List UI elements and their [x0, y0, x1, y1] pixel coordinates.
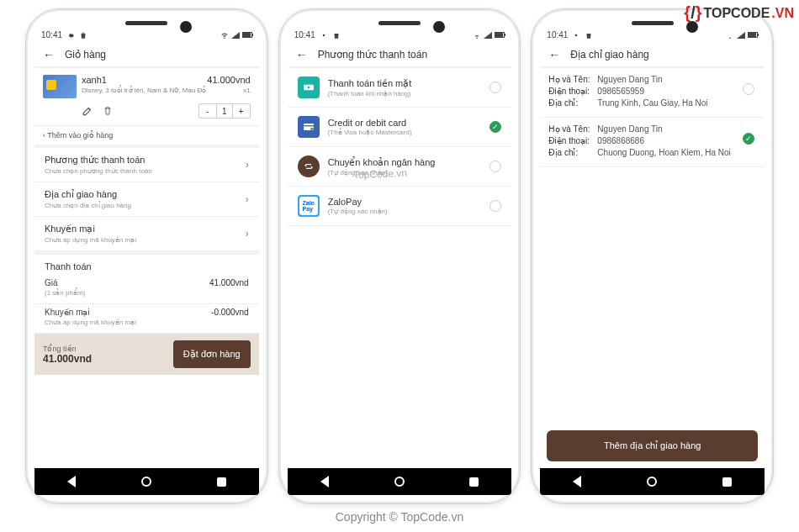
- payment-option[interactable]: Thanh toán tiền mặt(Thanh toán khi nhận …: [288, 68, 512, 108]
- svg-text:+: +: [311, 128, 313, 131]
- delete-icon[interactable]: [102, 105, 114, 117]
- nav-back[interactable]: [320, 476, 329, 487]
- clock: 10:41: [547, 30, 568, 40]
- promo-row: Khuyến mạiChưa áp dụng mã khuyến mại -0.…: [34, 304, 259, 334]
- svg-point-7: [575, 34, 578, 36]
- wifi-icon: [220, 31, 229, 40]
- battery-icon: [242, 32, 252, 38]
- radio-button[interactable]: [489, 161, 501, 172]
- camera: [686, 21, 698, 33]
- item-qty-label: x1: [207, 87, 250, 94]
- nav-recent[interactable]: [217, 477, 226, 487]
- payment-option[interactable]: + Credit or debit card(Thẻ Visa hoặc Mas…: [288, 108, 512, 147]
- gear-icon: [320, 31, 328, 40]
- chevron-right-icon: ›: [246, 193, 249, 205]
- wifi-icon: [726, 31, 734, 40]
- status-bar: 10:41: [34, 27, 259, 43]
- chevron-right-icon: ›: [246, 228, 249, 240]
- speaker: [632, 21, 674, 25]
- trash-icon: [79, 31, 87, 40]
- product-image[interactable]: [43, 75, 77, 98]
- add-address-button[interactable]: Thêm địa chỉ giao hàng: [547, 430, 758, 461]
- nav-home[interactable]: [394, 477, 405, 487]
- radio-button[interactable]: [743, 83, 754, 95]
- battery-icon: [495, 32, 505, 38]
- address-block[interactable]: Họ và Tên:Nguyen Dang Tin Điện thoại:098…: [540, 118, 765, 167]
- place-order-button[interactable]: Đặt đơn hàng: [173, 340, 251, 368]
- phone-frame-1: 10:41 ← Giỏ hàng xanh1: [25, 8, 268, 504]
- nav-home[interactable]: [647, 477, 657, 487]
- bank-icon: [298, 155, 320, 177]
- page-title: Phương thức thanh toán: [318, 49, 427, 61]
- speaker: [378, 21, 421, 25]
- clock: 10:41: [41, 30, 62, 40]
- option-promo[interactable]: Khuyến mạiChưa áp dụng mã khuyến mại ›: [34, 217, 259, 251]
- back-button[interactable]: ←: [548, 48, 560, 61]
- card-icon: +: [298, 116, 320, 138]
- footer-watermark: Copyright © TopCode.vn: [336, 510, 463, 524]
- option-payment-method[interactable]: Phương thức thanh toánChưa chọn phương t…: [34, 148, 259, 182]
- trash-icon: [332, 31, 341, 40]
- cash-icon: [298, 76, 320, 98]
- edit-icon[interactable]: [82, 105, 93, 117]
- zalo-icon: ZaloPay: [298, 195, 320, 217]
- trash-icon: [585, 31, 593, 40]
- signal-icon: [484, 32, 492, 39]
- phone-frame-2: 10:41 ← Phương thức thanh toán Thanh toá…: [278, 8, 521, 504]
- nav-back[interactable]: [573, 476, 581, 487]
- camera: [433, 21, 445, 33]
- qty-plus[interactable]: +: [233, 104, 250, 118]
- add-more-link[interactable]: ‹ Thêm vào giỏ hàng: [34, 125, 259, 145]
- app-bar: ← Phương thức thanh toán: [288, 43, 512, 68]
- product-desc: Disney, 3 tuổi trở lên, Nam & Nữ, Màu Đỏ: [82, 87, 206, 94]
- phone-frame-3: 10:41 ← Địa chỉ giao hàng Họ và Tên:Nguy…: [531, 8, 774, 504]
- radio-button[interactable]: [489, 200, 501, 212]
- nav-bar: [288, 468, 512, 495]
- radio-button[interactable]: [489, 82, 501, 93]
- total-bar: Tổng tiền 41.000vnd Đặt đơn hàng: [34, 334, 259, 375]
- clock: 10:41: [294, 30, 315, 40]
- option-address[interactable]: Địa chỉ giao hàngChưa chọn địa chỉ giao …: [34, 182, 259, 217]
- radio-button[interactable]: [489, 121, 501, 133]
- svg-point-0: [322, 34, 325, 36]
- wifi-icon: [473, 31, 481, 40]
- back-button[interactable]: ←: [43, 48, 55, 61]
- qty-minus[interactable]: -: [199, 104, 216, 118]
- item-price: 41.000vnd: [207, 75, 250, 85]
- nav-back[interactable]: [67, 476, 76, 487]
- signal-icon: [231, 32, 240, 39]
- nav-recent[interactable]: [722, 477, 732, 487]
- nav-bar: [540, 468, 765, 495]
- nav-bar: [34, 468, 259, 495]
- gear-icon: [66, 31, 75, 40]
- status-bar: 10:41: [288, 27, 512, 43]
- app-bar: ← Địa chỉ giao hàng: [540, 43, 765, 68]
- center-watermark: TopCode.vn: [353, 167, 407, 181]
- payment-option[interactable]: ZaloPay ZaloPay(Tự động xác nhận): [288, 187, 512, 226]
- address-block[interactable]: Họ và Tên:Nguyen Dang Tin Điện thoại:098…: [540, 68, 765, 118]
- app-bar: ← Giỏ hàng: [34, 43, 259, 68]
- price-row: Giá(1 sản phẩm) 41.000vnd: [34, 275, 259, 304]
- speaker: [125, 21, 167, 25]
- page-title: Địa chỉ giao hàng: [570, 49, 648, 61]
- qty-value: 1: [216, 104, 233, 118]
- signal-icon: [737, 32, 745, 39]
- quantity-stepper: - 1 +: [198, 103, 251, 119]
- chevron-right-icon: ›: [246, 159, 249, 171]
- svg-point-2: [307, 87, 310, 89]
- back-button[interactable]: ←: [296, 48, 308, 61]
- page-title: Giỏ hàng: [65, 49, 106, 61]
- payment-heading: Thanh toán: [34, 255, 259, 275]
- radio-button[interactable]: [743, 133, 754, 145]
- battery-icon: [748, 32, 758, 38]
- svg-rect-4: [304, 125, 314, 126]
- status-bar: 10:41: [540, 27, 765, 43]
- gear-icon: [572, 31, 580, 40]
- product-name: xanh1: [82, 75, 206, 85]
- brand-watermark: {/} TOPCODE.VN: [684, 3, 794, 23]
- cart-item: xanh1 Disney, 3 tuổi trở lên, Nam & Nữ, …: [34, 68, 259, 125]
- nav-home[interactable]: [141, 477, 151, 487]
- nav-recent[interactable]: [469, 477, 479, 487]
